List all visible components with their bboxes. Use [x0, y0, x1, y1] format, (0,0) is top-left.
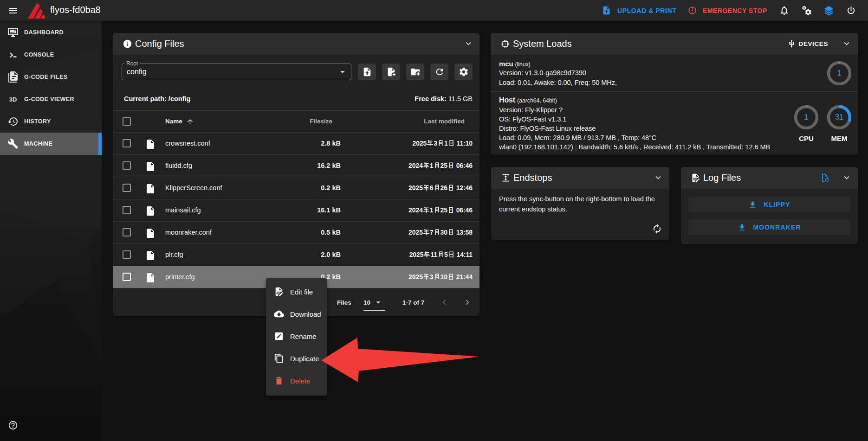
svg-text:1: 1 — [837, 69, 842, 77]
svg-text:1: 1 — [804, 113, 809, 121]
svg-text:31: 31 — [835, 113, 843, 121]
